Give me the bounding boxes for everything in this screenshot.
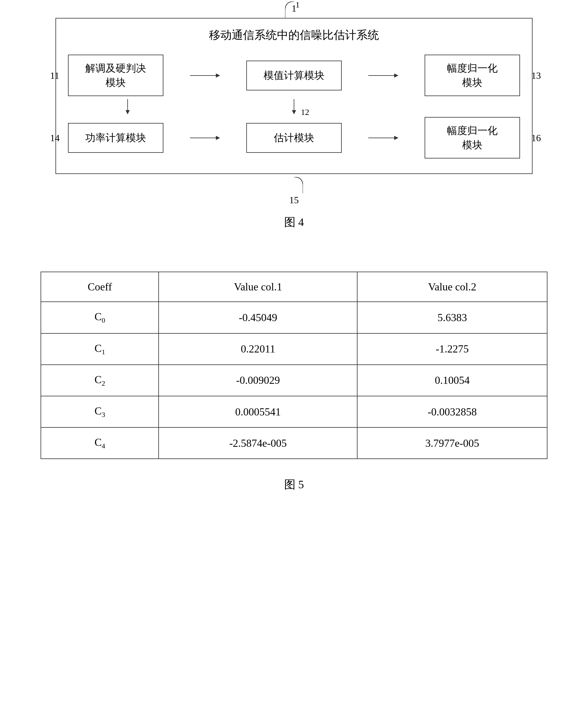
table-row: C1 0.22011 -1.2275 [41, 333, 547, 365]
module-estimate: 估计模块 [246, 123, 342, 153]
label-13: 13 [531, 70, 541, 81]
val2-c1: -1.2275 [357, 333, 547, 365]
module-demod: 解调及硬判决模块 [68, 55, 163, 96]
coeff-c2: C2 [41, 365, 159, 396]
coeff-table: Coeff Value col.1 Value col.2 C0 -0.4504… [41, 272, 547, 459]
coeff-c0: C0 [41, 302, 159, 333]
val2-c4: 3.7977e-005 [357, 427, 547, 459]
table-row: C0 -0.45049 5.6383 [41, 302, 547, 333]
table-header-val2: Value col.2 [357, 272, 547, 302]
module-modulus: 模值计算模块 [246, 61, 342, 91]
label-12: 12 [301, 107, 309, 117]
val1-c2: -0.009029 [159, 365, 357, 396]
diagram-section: 1 1 移动通信系统中的信噪比估计系统 11 解调及硬判决模块 [0, 0, 588, 242]
val1-c3: 0.0005541 [159, 396, 357, 427]
arrow-down-modulus [294, 99, 294, 114]
system-box: 移动通信系统中的信噪比估计系统 11 解调及硬判决模块 模值计算模块 [56, 18, 532, 174]
table-header-val1: Value col.1 [159, 272, 357, 302]
coeff-c1: C1 [41, 333, 159, 365]
arrow-demod-to-modulus [190, 75, 220, 76]
svg-text:1: 1 [295, 1, 300, 9]
val2-c3: -0.0032858 [357, 396, 547, 427]
label-15: 15 [56, 195, 532, 206]
val2-c2: 0.10054 [357, 365, 547, 396]
label-11: 11 [50, 70, 59, 81]
val1-c0: -0.45049 [159, 302, 357, 333]
arrow-down-demod [127, 99, 128, 114]
label-16: 16 [531, 132, 541, 143]
coeff-c3: C3 [41, 396, 159, 427]
table-header-coeff: Coeff [41, 272, 159, 302]
val1-c1: 0.22011 [159, 333, 357, 365]
coeff-c4: C4 [41, 427, 159, 459]
module-amp-norm-bot: 幅度归一化模块 [425, 117, 520, 159]
arrow-power-to-estimate [190, 138, 220, 138]
table-row: C3 0.0005541 -0.0032858 [41, 396, 547, 427]
table-section: Coeff Value col.1 Value col.2 C0 -0.4504… [0, 242, 588, 516]
label-14: 14 [50, 132, 60, 143]
arrow-estimate-to-ampnorm [368, 138, 398, 138]
val2-c0: 5.6383 [357, 302, 547, 333]
val1-c4: -2.5874e-005 [159, 427, 357, 459]
fig4-caption: 图 4 [284, 215, 304, 230]
module-amp-norm-top: 幅度归一化模块 [425, 55, 520, 96]
arrow-modulus-to-ampnorm [368, 75, 398, 76]
module-power: 功率计算模块 [68, 123, 163, 153]
system-title: 移动通信系统中的信噪比估计系统 [68, 27, 520, 43]
table-row: C4 -2.5874e-005 3.7977e-005 [41, 427, 547, 459]
fig5-caption: 图 5 [284, 477, 304, 492]
table-row: C2 -0.009029 0.10054 [41, 365, 547, 396]
